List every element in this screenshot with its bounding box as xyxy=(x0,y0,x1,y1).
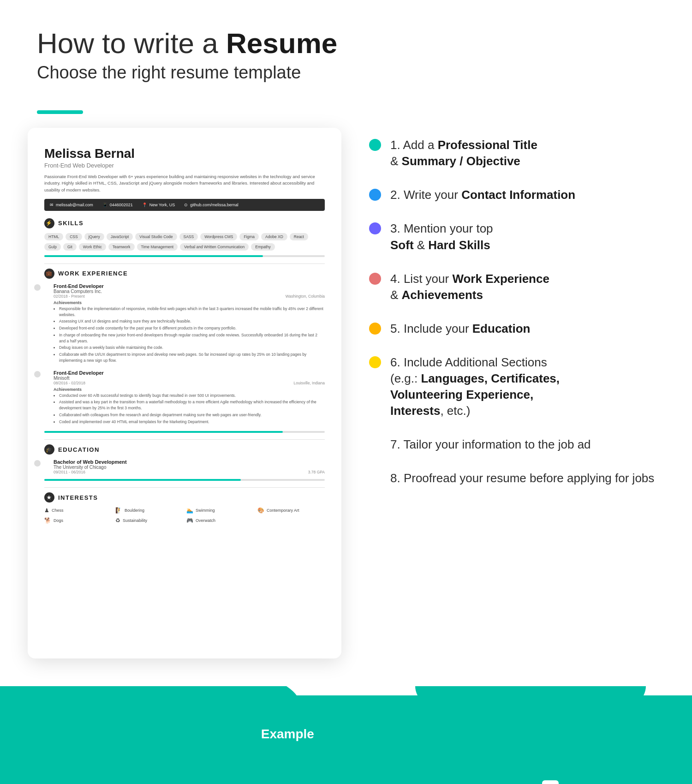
email-icon: ✉ xyxy=(50,203,54,207)
skill-wordpress: Wordpress CMS xyxy=(200,233,237,240)
phone-icon: 📱 xyxy=(102,203,107,207)
edu-progress xyxy=(44,479,325,481)
header: How to write a Resume Choose the right r… xyxy=(0,0,692,96)
skill-html: HTML xyxy=(44,233,63,240)
dogs-icon: 🐕 xyxy=(44,517,51,524)
skill-sass: SASS xyxy=(179,233,198,240)
interest-dogs: 🐕 Dogs xyxy=(44,517,112,524)
step-5-text: 5. Include your Education xyxy=(390,321,530,337)
degree-title: Bachelor of Web Development xyxy=(54,459,325,465)
skill-verbal: Verbal and Written Communication xyxy=(180,243,249,251)
step-2: 2. Write your Contact Information xyxy=(369,187,664,203)
step-7-dot xyxy=(369,438,381,450)
skills-icon: ⚡ xyxy=(44,218,54,228)
art-icon: 🎨 xyxy=(257,507,264,514)
step-7-text: 7. Tailor your information to the job ad xyxy=(390,437,591,453)
job-1-bullets: Responsible for the implementation of re… xyxy=(54,306,325,364)
skill-empathy: Empathy xyxy=(251,243,275,251)
step-5: 5. Include your Education xyxy=(369,321,664,337)
job-1-achievements-label: Achievements xyxy=(54,300,325,305)
skills-section-title: ⚡ SKILLS xyxy=(44,218,325,228)
step-4-text: 4. List your Work Experience& Achievemen… xyxy=(390,271,549,303)
skill-adobexd: Adobe XD xyxy=(261,233,287,240)
step-3-text: 3. Mention your topSoft & Hard Skills xyxy=(390,221,493,253)
teal-divider xyxy=(37,110,83,114)
step-2-text: 2. Write your Contact Information xyxy=(390,187,575,203)
sustainability-icon: ♻ xyxy=(115,517,120,524)
hard-skills-tags: HTML CSS jQuery JavaScript Visual Studio… xyxy=(44,233,325,240)
skill-javascript: JavaScript xyxy=(107,233,133,240)
contact-phone: 📱 0446002021 xyxy=(102,203,133,207)
resume-card: Melissa Bernal Front-End Web Developer P… xyxy=(28,128,341,658)
interest-overwatch: 🎮 Overwatch xyxy=(186,517,254,524)
job-2-dates: 08/2016 - 02/2018 Louisville, Indiana xyxy=(54,381,325,385)
step-4: 4. List your Work Experience& Achievemen… xyxy=(369,271,664,303)
step-6-dot xyxy=(369,356,381,368)
contact-github: ⊙ github.com/melissa.bernal xyxy=(184,203,239,207)
bouldering-icon: 🧗 xyxy=(115,507,122,514)
interest-contemporary-art: 🎨 Contemporary Art xyxy=(257,507,325,514)
skill-gulp: Gulp xyxy=(44,243,61,251)
interests-icon: ★ xyxy=(44,492,54,503)
job-1: Front-End Developer Banana Computers Inc… xyxy=(44,283,325,364)
step-8: 8. Proofread your resume before applying… xyxy=(369,470,664,486)
main-content: Melissa Bernal Front-End Web Developer P… xyxy=(0,128,692,658)
page-title: How to write a Resume xyxy=(37,28,655,59)
job-2: Front-End Developer Minisoft 08/2016 - 0… xyxy=(44,370,325,425)
job-1-dates: 02/2018 - Present Washington, Columbia xyxy=(54,294,325,299)
edu-progress-fill xyxy=(44,479,241,481)
work-icon: 💼 xyxy=(44,269,54,279)
contact-email: ✉ melissab@mail.com xyxy=(50,203,93,207)
step-6-text: 6. Include Additional Sections(e.g.: Lan… xyxy=(390,354,560,419)
work-progress-fill xyxy=(44,431,283,433)
step-1-dot xyxy=(369,139,381,151)
github-icon: ⊙ xyxy=(184,203,188,207)
skill-vscode: Visual Studio Code xyxy=(135,233,177,240)
step-3-dot xyxy=(369,222,381,234)
teal-wave xyxy=(0,695,692,784)
interest-chess: ♟ Chess xyxy=(44,507,112,514)
job-2-achievements-label: Achievements xyxy=(54,387,325,392)
step-8-dot xyxy=(369,472,381,484)
bottom-section: Example N novoresume.com xyxy=(0,686,692,784)
education-section-title: 🎓 EDUCATION xyxy=(44,444,325,455)
title-bold: Resume xyxy=(226,27,337,59)
brand-icon: N xyxy=(542,780,559,784)
page-wrapper: How to write a Resume Choose the right r… xyxy=(0,0,692,784)
job-1-title: Front-End Developer xyxy=(54,283,325,289)
divider-2 xyxy=(44,439,325,440)
resume-summary: Passionate Front-End Web Developer with … xyxy=(44,174,325,193)
skills-progress-fill xyxy=(44,255,263,257)
chess-icon: ♟ xyxy=(44,507,49,514)
example-label: Example xyxy=(261,727,314,742)
resume-name: Melissa Bernal xyxy=(44,146,325,161)
work-section-title: 💼 WORK EXPERIENCE xyxy=(44,269,325,279)
step-3: 3. Mention your topSoft & Hard Skills xyxy=(369,221,664,253)
contact-bar: ✉ melissab@mail.com 📱 0446002021 📍 New Y… xyxy=(44,199,325,211)
title-prefix: How to write a xyxy=(37,27,226,59)
step-2-dot xyxy=(369,189,381,201)
job-2-title: Front-End Developer xyxy=(54,370,325,376)
skill-figma: Figma xyxy=(239,233,259,240)
job-2-dot xyxy=(34,371,41,377)
skill-css: CSS xyxy=(66,233,82,240)
skill-react: React xyxy=(290,233,308,240)
brand-name: novoresume.com xyxy=(563,782,655,784)
education-1: Bachelor of Web Development The Universi… xyxy=(44,459,325,474)
job-2-bullets: Conducted over 60 A/B successful testing… xyxy=(54,393,325,425)
step-8-text: 8. Proofread your resume before applying… xyxy=(390,470,654,486)
step-1: 1. Add a Professional Title& Summary / O… xyxy=(369,137,664,169)
step-4-dot xyxy=(369,273,381,285)
skills-progress xyxy=(44,255,325,257)
soft-skills-tags: Gulp Git Work Ethic Teamwork Time Manage… xyxy=(44,243,325,251)
page-subtitle: Choose the right resume template xyxy=(37,63,655,83)
contact-location: 📍 New York, US xyxy=(142,203,175,207)
swimming-icon: 🏊 xyxy=(186,507,193,514)
skill-timemanagement: Time Management xyxy=(137,243,178,251)
skill-jquery: jQuery xyxy=(84,233,104,240)
step-1-text: 1. Add a Professional Title& Summary / O… xyxy=(390,137,537,169)
edu-1-dot xyxy=(34,460,41,467)
job-1-company: Banana Computers Inc. xyxy=(54,289,325,294)
interest-sustainability: ♻ Sustainability xyxy=(115,517,183,524)
interests-grid: ♟ Chess 🧗 Bouldering 🏊 Swimming 🎨 Contem… xyxy=(44,507,325,524)
